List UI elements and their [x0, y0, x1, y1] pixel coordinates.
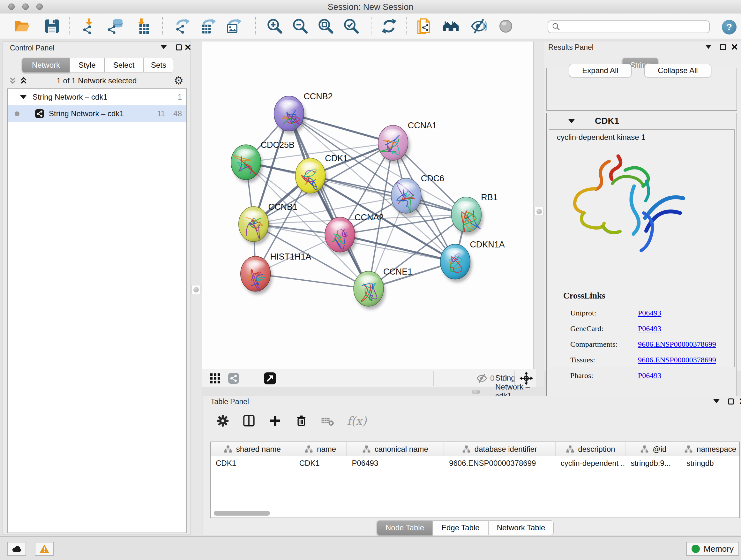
node-CCNE1[interactable]: CCNE1	[354, 267, 412, 310]
panel-float-icon[interactable]	[720, 44, 726, 50]
zoom-selected-button[interactable]	[342, 17, 360, 36]
open-folder-button[interactable]	[13, 17, 31, 36]
column-label: database identifier	[475, 445, 537, 454]
panel-close-icon[interactable]: ✕	[739, 397, 741, 406]
split-table-icon[interactable]	[242, 414, 256, 428]
left-splitter[interactable]	[191, 42, 202, 535]
import-database-button[interactable]	[106, 17, 125, 36]
column-header-databaseidentifier[interactable]: database identifier	[444, 442, 556, 456]
add-column-icon[interactable]	[268, 414, 282, 428]
zoom-in-button[interactable]	[266, 17, 284, 36]
expand-all-button[interactable]: Expand All	[569, 64, 631, 77]
horizontal-scrollbar-thumb[interactable]	[214, 511, 270, 516]
node-CCNB2[interactable]: CCNB2	[274, 91, 333, 134]
panel-collapse-icon[interactable]	[705, 45, 712, 49]
refresh-icon	[381, 18, 397, 35]
memory-button[interactable]: Memory	[686, 542, 739, 556]
collapse-all-button[interactable]: Collapse All	[644, 64, 711, 77]
tree-expand-icon[interactable]	[20, 95, 27, 99]
right-splitter[interactable]	[534, 42, 544, 387]
open-in-window-icon[interactable]	[264, 372, 276, 385]
crosslink-value: P06493	[638, 324, 661, 333]
network-canvas[interactable]: CCNB2 CCNA1 CDC25B CDK1 CDC6 RB1 CCNB1 C…	[202, 42, 534, 369]
save-button[interactable]	[43, 17, 61, 36]
help-button[interactable]: ?	[722, 20, 737, 35]
column-header-id[interactable]: @id	[625, 442, 681, 456]
column-header-namespace[interactable]: namespace	[681, 442, 739, 456]
left-splitter-handle[interactable]	[192, 285, 200, 294]
import-table-button[interactable]	[132, 17, 151, 36]
crosslink-link[interactable]: 9606.ENSP00000378699	[638, 340, 716, 348]
open-folder-icon	[14, 18, 30, 35]
crosslink-label: GeneCard:	[570, 324, 638, 333]
node-label-CCNB2: CCNB2	[304, 91, 333, 101]
node-CDK1[interactable]: CDK1	[295, 153, 348, 196]
node-CCNB1[interactable]: CCNB1	[239, 202, 297, 245]
network-options-gear-icon[interactable]: ⚙	[174, 75, 184, 86]
hidden-count-badge: 0 – 0	[490, 374, 507, 383]
zoom-out-button[interactable]	[291, 17, 310, 36]
node-CDKN1A[interactable]: CDKN1A	[441, 240, 505, 283]
warnings-button[interactable]	[35, 542, 54, 556]
horizontal-splitter-handle[interactable]	[472, 390, 480, 394]
table-panel: Table Panel ✕	[203, 396, 741, 535]
node-RB1[interactable]: RB1	[451, 192, 497, 235]
network-collection-row[interactable]: String Network – cdk1 1	[8, 89, 186, 105]
tab-network[interactable]: Network	[22, 58, 70, 72]
export-network-button[interactable]	[173, 17, 192, 36]
column-header-canonicalname[interactable]: canonical name	[347, 442, 444, 456]
refresh-button[interactable]	[380, 17, 398, 36]
panel-collapse-icon[interactable]	[713, 399, 720, 403]
tab-style[interactable]: Style	[70, 58, 105, 72]
network-share-icon[interactable]	[228, 373, 239, 384]
birdseye-grid-icon[interactable]	[209, 373, 221, 384]
panel-collapse-icon[interactable]	[160, 45, 167, 49]
home-icon	[443, 18, 459, 35]
crosslink-link[interactable]: 9606.ENSP00000378699	[638, 356, 716, 364]
node-CDC25B[interactable]: CDC25B	[231, 140, 294, 183]
export-image-button[interactable]	[225, 17, 244, 36]
network-row-label: String Network – cdk1	[49, 109, 124, 118]
tab-network-table[interactable]: Network Table	[488, 520, 554, 535]
results-entry-header[interactable]: CDK1	[547, 113, 737, 129]
search-input[interactable]	[561, 22, 709, 32]
tab-edge-table[interactable]: Edge Table	[433, 520, 488, 535]
table-row[interactable]: CDK1CDK1P064939606.ENSP00000378699cyclin…	[211, 456, 739, 470]
toolbar-search	[548, 20, 710, 33]
tab-node-table[interactable]: Node Table	[377, 520, 433, 535]
node-HIST1H1A[interactable]: HIST1H1A	[241, 252, 312, 295]
crosslink-link[interactable]: P06493	[638, 309, 661, 317]
export-table-button[interactable]	[199, 17, 218, 36]
panel-float-icon[interactable]	[728, 398, 734, 405]
entry-expand-icon[interactable]	[568, 119, 575, 123]
column-header-name[interactable]: name	[294, 442, 347, 456]
delete-column-trash-icon[interactable]	[294, 414, 308, 428]
fit-content-crosshair-icon[interactable]	[520, 372, 533, 385]
crosslinks-title: CrossLinks	[563, 291, 716, 301]
table-options-gear-icon[interactable]	[216, 414, 229, 428]
show-visuals-button[interactable]	[496, 17, 515, 36]
tab-sets[interactable]: Sets	[143, 58, 174, 72]
share-document-icon	[416, 18, 432, 35]
cloud-status-button[interactable]	[7, 542, 26, 556]
panel-close-icon[interactable]: ✕	[731, 43, 738, 52]
titlebar: Session: New Session	[0, 0, 741, 13]
home-button[interactable]	[442, 17, 460, 36]
column-header-sharedname[interactable]: shared name	[211, 442, 294, 456]
crosslink-link[interactable]: P06493	[638, 371, 661, 380]
crosslink-link[interactable]: P06493	[638, 324, 661, 333]
zoom-fit-button[interactable]	[317, 17, 335, 36]
crosslink-label: Compartments:	[570, 340, 638, 349]
node-CDC6[interactable]: CDC6	[391, 174, 444, 216]
import-table-icon	[133, 18, 150, 35]
column-header-description[interactable]: description	[556, 442, 626, 456]
network-collection-label: String Network – cdk1	[32, 92, 108, 102]
share-document-button[interactable]	[415, 17, 433, 36]
panel-float-icon[interactable]	[176, 44, 182, 51]
network-row[interactable]: String Network – cdk1 11 48	[8, 105, 186, 122]
right-splitter-handle[interactable]	[535, 207, 543, 216]
import-network-button[interactable]	[80, 17, 98, 36]
tab-select[interactable]: Select	[105, 58, 143, 72]
show-visuals-icon	[497, 18, 514, 35]
hide-visuals-button[interactable]	[470, 17, 488, 36]
